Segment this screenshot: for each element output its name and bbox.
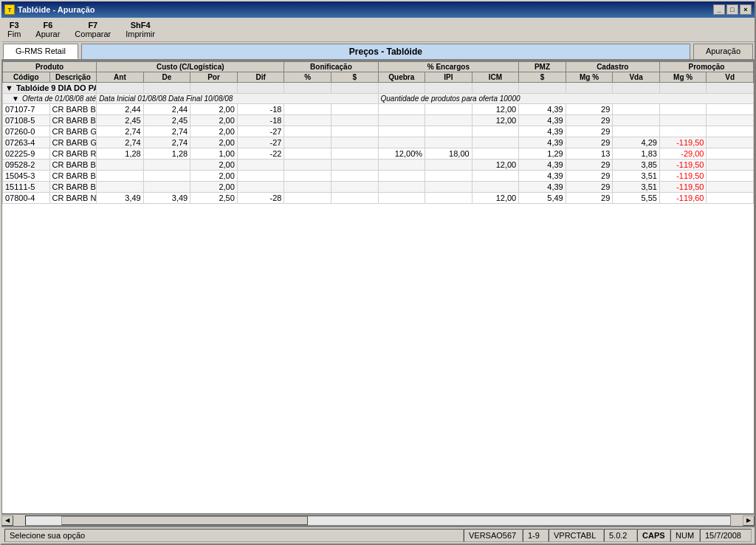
horizontal-scrollbar[interactable]: ◀ ▶ (1, 514, 755, 526)
minimize-button[interactable]: _ (713, 4, 725, 15)
cell-perc (284, 171, 331, 182)
toolbar-key-f3: F3 (10, 21, 19, 30)
offer-row: ▼Oferta de 01/08/08 até 10/08/08 Seção 0… (3, 94, 754, 104)
scroll-right-button[interactable]: ▶ (743, 515, 755, 526)
status-range: 1-9 (523, 529, 549, 542)
cell-por: 2,00 (190, 104, 238, 115)
th-icm: ICM (472, 72, 519, 83)
cell-vda (613, 104, 660, 115)
scroll-thumb[interactable] (61, 516, 308, 525)
cell-quebra (378, 182, 425, 193)
cell-ant: 3,49 (97, 193, 144, 204)
app-icon: T (4, 4, 15, 15)
cell-de (143, 160, 190, 171)
cell-mgs: 29 (566, 137, 613, 148)
cell-de: 2,44 (143, 104, 190, 115)
status-db-version: 5.0.2 (604, 529, 637, 542)
close-button[interactable]: × (740, 4, 752, 15)
cell-descricao: CR BARB BIC REFRESH 65G (49, 171, 97, 182)
toolbar-key-f6: F6 (43, 21, 52, 30)
cell-ipi (425, 193, 472, 204)
cell-ant: 1,28 (97, 148, 144, 160)
cell-dif (237, 160, 284, 171)
cell-mgp: -29,00 (659, 148, 707, 160)
status-caps: CAPS (637, 529, 670, 542)
toolbar-fim[interactable]: F3 Fim (7, 21, 21, 38)
cell-ipi (425, 126, 472, 137)
cell-perc (284, 104, 331, 115)
cell-vda: 3,51 (613, 182, 660, 193)
cell-mgs: 29 (566, 126, 613, 137)
cell-perc (284, 137, 331, 148)
cell-codigo: 02225-9 (3, 148, 50, 160)
cell-por: 2,00 (190, 171, 238, 182)
cell-codigo: 07108-5 (3, 115, 50, 126)
table-wrapper[interactable]: Produto Custo (C/Logística) Bonificação … (1, 61, 755, 514)
status-date: 15/7/2008 (700, 529, 752, 542)
toolbar-apurar[interactable]: F6 Apurar (35, 21, 60, 38)
group-produto: Produto (3, 62, 97, 72)
cell-descricao: CR BARB GILLETTE HIDR 65G (49, 126, 97, 137)
scroll-track[interactable] (25, 515, 731, 526)
cell-ipi: 18,00 (425, 148, 472, 160)
cell-mgs: 29 (566, 182, 613, 193)
tab-apuracao-label: Apuração (706, 47, 740, 55)
table-row: 07800-4CR BARB NIVEA3,493,492,50-2812,00… (3, 193, 754, 204)
cell-ant (97, 160, 144, 171)
cell-vd2 (707, 115, 754, 126)
th-mgp: Mg % (659, 72, 707, 83)
scroll-left-button[interactable]: ◀ (1, 515, 13, 526)
cell-vd2 (707, 171, 754, 182)
th-vd2: Vd (707, 72, 754, 83)
cell-dif: -28 (237, 193, 284, 204)
title-bar: T Tablóide - Apuração _ □ × (1, 1, 755, 18)
col-group-row: Produto Custo (C/Logística) Bonificação … (3, 62, 754, 72)
cell-por: 2,00 (190, 160, 238, 171)
cell-pmz: 4,39 (519, 115, 566, 126)
cell-pmz: 4,39 (519, 104, 566, 115)
cell-vda: 1,83 (613, 148, 660, 160)
cell-mgs: 29 (566, 193, 613, 204)
cell-por: 1,00 (190, 148, 238, 160)
cell-perc (284, 193, 331, 204)
cell-codigo: 07800-4 (3, 193, 50, 204)
cell-quebra (378, 104, 425, 115)
toolbar-label-apurar: Apurar (35, 30, 60, 38)
col-header-row: Código Descrição Ant De Por Dif % $ Queb… (3, 72, 754, 83)
cell-por: 2,00 (190, 182, 238, 193)
cell-vda: 4,29 (613, 137, 660, 148)
cell-icm: 12,00 (472, 193, 519, 204)
cell-pmz: 5,49 (519, 193, 566, 204)
cell-icm: 12,00 (472, 115, 519, 126)
group-promocao: Promoção (659, 62, 753, 72)
cell-de: 1,28 (143, 148, 190, 160)
cell-descricao: CR BARB REFRESC GILLETTE 65G (49, 148, 97, 160)
tab-precos-title: Preços - Tablóide (81, 44, 690, 59)
toolbar-imprimir[interactable]: ShF4 Imprimir (126, 21, 155, 38)
cell-vd2 (707, 193, 754, 204)
cell-vda: 3,51 (613, 171, 660, 182)
cell-codigo: 09528-2 (3, 160, 50, 171)
cell-mgs: 29 (566, 104, 613, 115)
toolbar-comparar[interactable]: F7 Comparar (75, 21, 111, 38)
cell-ipi (425, 104, 472, 115)
table-row: 15045-3CR BARB BIC REFRESH 65G2,004,3929… (3, 171, 754, 182)
cell-pmz: 4,39 (519, 182, 566, 193)
cell-vd2 (707, 182, 754, 193)
cell-icm (472, 171, 519, 182)
status-message: Selecione sua opção (4, 529, 464, 542)
tab-apuracao[interactable]: Apuração (693, 44, 753, 59)
cell-codigo: 15045-3 (3, 171, 50, 182)
cell-dol (331, 137, 378, 148)
maximize-button[interactable]: □ (726, 4, 738, 15)
data-table: Produto Custo (C/Logística) Bonificação … (2, 61, 754, 204)
cell-codigo: 07263-4 (3, 137, 50, 148)
toolbar-key-shf4: ShF4 (131, 21, 151, 30)
group-pmz: PMZ (519, 62, 566, 72)
cell-vda (613, 126, 660, 137)
tab-grms[interactable]: G-RMS Retail (3, 44, 78, 59)
cell-descricao: CR BARB BIC SENSITIVE 65G (49, 182, 97, 193)
cell-perc (284, 160, 331, 171)
status-num: NUM (670, 529, 700, 542)
cell-icm (472, 126, 519, 137)
